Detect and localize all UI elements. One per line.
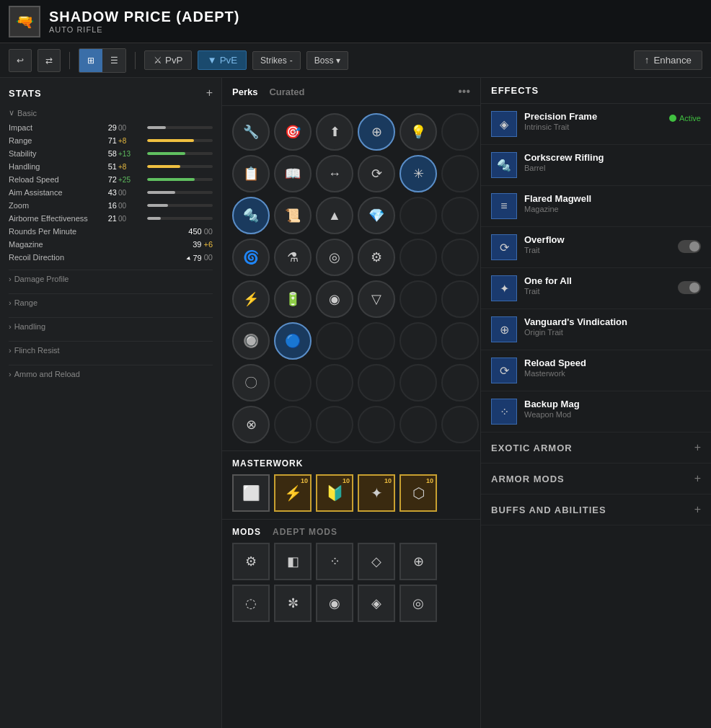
perk-cell-35 — [441, 322, 479, 360]
pvp-button[interactable]: ⚔ PvP — [144, 50, 192, 70]
collapsible-handling[interactable]: › Handling — [9, 317, 213, 334]
main-layout: Stats + ∨ Basic Impact 29 00 Range 71 +8… — [0, 78, 711, 728]
collapsible-expand-icon-0: + — [694, 441, 701, 454]
boss-label: Boss — [314, 56, 334, 66]
collapsible-flinch-resist[interactable]: › Flinch Resist — [9, 341, 213, 358]
mod-cell-0-0[interactable]: ⚙ — [232, 543, 270, 580]
stat-name: Aim Assistance — [9, 188, 88, 197]
masterwork-item-1[interactable]: ⚡10 — [274, 474, 312, 512]
undo-button[interactable]: ↩ — [9, 49, 32, 72]
mod-cell-1-2[interactable]: ◉ — [316, 585, 353, 622]
mods-tab-mods[interactable]: Mods — [232, 527, 261, 537]
mod-cell-1-4[interactable]: ◎ — [399, 585, 437, 622]
section-label: Damage Profile — [14, 275, 69, 283]
section-label: Ammo and Reload — [14, 370, 80, 378]
basic-label: Basic — [17, 109, 37, 117]
collapsible-effect-2[interactable]: Buffs and Abilities + — [481, 494, 711, 525]
perk-cell-14[interactable]: ▲ — [316, 197, 353, 234]
mod-cell-0-3[interactable]: ◇ — [358, 543, 395, 580]
stat-value: 16 — [88, 201, 117, 210]
masterwork-item-2[interactable]: 🔰10 — [316, 474, 353, 512]
effect-sub-1: Barrel — [524, 164, 694, 172]
collapsible-effect-1[interactable]: Armor Mods + — [481, 463, 711, 494]
perk-cell-47 — [441, 406, 479, 443]
perk-cell-19[interactable]: ⚗ — [274, 239, 312, 276]
stat-name: Zoom — [9, 201, 88, 210]
effect-sub-2: Magazine — [524, 205, 694, 213]
basic-chevron: ∨ — [9, 108, 14, 117]
perks-tab-perks[interactable]: Perks — [232, 86, 257, 97]
grid-view-button[interactable]: ⊞ — [79, 49, 102, 72]
perks-tab-curated[interactable]: Curated — [269, 86, 304, 97]
perk-cell-18[interactable]: 🌀 — [232, 239, 270, 276]
perk-cell-0[interactable]: 🔧 — [232, 113, 270, 151]
perk-cell-10[interactable]: ✳ — [399, 155, 437, 192]
stat-bar — [147, 165, 180, 168]
collapsible-effect-0[interactable]: Exotic Armor + — [481, 432, 711, 463]
perk-cell-30[interactable]: 🔘 — [232, 322, 270, 360]
enhance-button[interactable]: ↑ Enhance — [634, 50, 702, 70]
perk-cell-4[interactable]: 💡 — [399, 113, 437, 151]
perk-cell-36[interactable]: 〇 — [232, 364, 270, 401]
pve-button[interactable]: ▼ PvE — [198, 50, 247, 70]
mod-cell-1-0[interactable]: ◌ — [232, 585, 270, 622]
perk-cell-12[interactable]: 🔩 — [232, 197, 270, 234]
effect-sub-6: Masterwork — [524, 369, 694, 378]
stats-add-button[interactable]: + — [206, 86, 213, 99]
mod-cell-0-4[interactable]: ⊕ — [399, 543, 437, 580]
stat-name: Stability — [9, 149, 88, 158]
mods-header: Mods Adept Mods — [232, 527, 470, 537]
perk-cell-2[interactable]: ⬆ — [316, 113, 353, 151]
effect-name-3: Overflow — [524, 234, 671, 245]
effect-toggle-3[interactable] — [678, 240, 701, 253]
perk-cell-9[interactable]: ⟳ — [358, 155, 395, 192]
perk-cell-13[interactable]: 📜 — [274, 197, 312, 234]
perk-cell-24[interactable]: ⚡ — [232, 280, 270, 318]
mod-cell-0-2[interactable]: ⁘ — [316, 543, 353, 580]
perk-cell-21[interactable]: ⚙ — [358, 239, 395, 276]
mod-cell-1-3[interactable]: ◈ — [358, 585, 395, 622]
perks-more-button[interactable]: ••• — [458, 85, 470, 98]
stat-row-airborne-effectiveness: Airborne Effectiveness 21 00 — [9, 214, 213, 223]
effect-toggle-4[interactable] — [678, 281, 701, 294]
masterwork-item-0[interactable]: ⬜ — [232, 474, 270, 512]
perk-cell-31[interactable]: 🔵 — [274, 322, 312, 360]
perk-cell-6[interactable]: 📋 — [232, 155, 270, 192]
perk-cell-15[interactable]: 💎 — [358, 197, 395, 234]
masterwork-item-3[interactable]: ✦10 — [358, 474, 395, 512]
basic-section-label[interactable]: ∨ Basic — [9, 108, 213, 117]
perk-cell-7[interactable]: 📖 — [274, 155, 312, 192]
mod-cell-1-1[interactable]: ✼ — [274, 585, 312, 622]
view-mode-group: ⊞ ☰ — [79, 48, 126, 73]
perk-cell-8[interactable]: ↔ — [316, 155, 353, 192]
mods-tab-adept[interactable]: Adept Mods — [273, 527, 337, 537]
effects-title: Effects — [481, 78, 711, 104]
effect-sub-7: Weapon Mod — [524, 410, 694, 419]
collapsible-range[interactable]: › Range — [9, 293, 213, 310]
perk-cell-33 — [358, 322, 395, 360]
stat-row-recoil-direction: Recoil Direction ◂79 00 — [9, 253, 213, 262]
mod-cell-0-1[interactable]: ◧ — [274, 543, 312, 580]
perk-cell-42[interactable]: ⊗ — [232, 406, 270, 443]
stat-row-reload-speed: Reload Speed 72 +25 — [9, 175, 213, 184]
perk-cell-26[interactable]: ◉ — [316, 280, 353, 318]
perk-cell-27[interactable]: ▽ — [358, 280, 395, 318]
masterwork-item-4[interactable]: ⬡10 — [399, 474, 437, 512]
perk-cell-20[interactable]: ◎ — [316, 239, 353, 276]
active-badge: Active — [669, 114, 701, 123]
separator-1 — [69, 52, 70, 69]
perk-cell-3[interactable]: ⊕ — [358, 113, 395, 151]
perk-cell-25[interactable]: 🔋 — [274, 280, 312, 318]
perk-cell-23 — [441, 239, 479, 276]
stat-name-wide: Rounds Per Minute — [9, 227, 102, 236]
strikes-button[interactable]: Strikes - — [252, 51, 301, 70]
perk-cell-43 — [274, 406, 312, 443]
compare-button[interactable]: ⇄ — [37, 49, 61, 72]
collapsible-ammo-and-reload[interactable]: › Ammo and Reload — [9, 365, 213, 381]
collapsible-damage-profile[interactable]: › Damage Profile — [9, 270, 213, 286]
boss-arrow: ▾ — [336, 56, 340, 66]
perk-cell-1[interactable]: 🎯 — [274, 113, 312, 151]
list-view-button[interactable]: ☰ — [102, 49, 125, 72]
header-text: SHADOW PRICE (ADEPT) AUTO RIFLE — [49, 9, 239, 34]
boss-button[interactable]: Boss ▾ — [306, 51, 349, 70]
